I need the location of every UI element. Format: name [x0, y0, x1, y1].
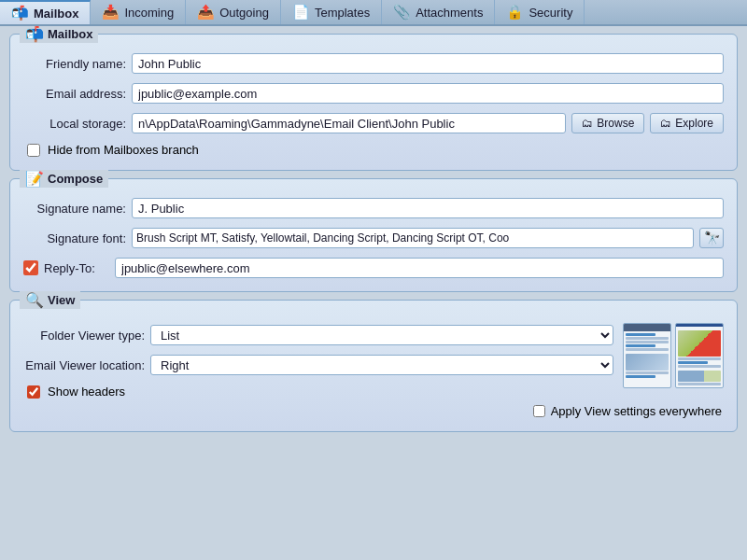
signature-name-row: Signature name:	[23, 198, 724, 218]
templates-tab-icon: 📄	[292, 4, 310, 21]
reply-to-checkbox[interactable]	[23, 260, 38, 275]
explore-button[interactable]: 🗂 Explore	[650, 113, 724, 133]
local-storage-input[interactable]	[132, 113, 566, 133]
email-address-input[interactable]	[132, 83, 724, 104]
tab-bar: 📬Mailbox📥Incoming📤Outgoing📄Templates📎Att…	[0, 0, 747, 26]
show-headers-checkbox[interactable]	[27, 385, 40, 399]
view-section-title: 🔍 View	[20, 291, 80, 309]
folder-viewer-select[interactable]: List Tree Icons	[150, 325, 613, 345]
preview-thumbnail-1	[623, 323, 671, 388]
hide-label: Hide from Mailboxes branch	[48, 143, 199, 157]
main-content: 📬 Mailbox Friendly name: Email address: …	[0, 26, 747, 560]
email-address-label: Email address:	[23, 87, 126, 101]
preview-thumbnail-2	[675, 323, 724, 388]
signature-name-label: Signature name:	[23, 202, 126, 216]
email-viewer-label: Email Viewer location:	[23, 358, 145, 372]
templates-tab-label: Templates	[315, 6, 370, 20]
friendly-name-label: Friendly name:	[23, 57, 126, 71]
local-storage-label: Local storage:	[23, 117, 126, 131]
folder-viewer-label: Folder Viewer type:	[23, 329, 145, 343]
hide-checkbox[interactable]	[27, 144, 40, 157]
apply-row: Apply View settings everywhere	[23, 404, 724, 418]
email-viewer-row: Email Viewer location: Right Bottom Hidd…	[23, 355, 613, 375]
signature-name-input[interactable]	[132, 198, 724, 218]
mailbox-tab-icon: 📬	[11, 5, 29, 21]
compose-section: 📝 Compose Signature name: Signature font…	[9, 178, 738, 292]
view-section: 🔍 View Folder Viewer type: List Tree Ico…	[9, 300, 738, 432]
tab-outgoing[interactable]: 📤Outgoing	[186, 0, 281, 24]
view-icon: 🔍	[25, 291, 44, 309]
security-tab-label: Security	[529, 6, 572, 20]
tab-attachments[interactable]: 📎Attachments	[382, 0, 495, 24]
signature-font-row: Signature font: 🔭	[23, 228, 724, 248]
mailbox-tab-label: Mailbox	[34, 7, 78, 21]
friendly-name-input[interactable]	[132, 53, 724, 74]
incoming-tab-label: Incoming	[124, 6, 174, 20]
tab-incoming[interactable]: 📥Incoming	[91, 0, 186, 24]
apply-view-label: Apply View settings everywhere	[551, 404, 722, 418]
hide-checkbox-row: Hide from Mailboxes branch	[23, 143, 724, 157]
tab-templates[interactable]: 📄Templates	[281, 0, 382, 24]
font-search-button[interactable]: 🔭	[699, 228, 724, 248]
compose-icon: 📝	[25, 170, 44, 188]
signature-font-label: Signature font:	[23, 231, 126, 245]
reply-to-input[interactable]	[115, 258, 724, 278]
attachments-tab-label: Attachments	[416, 6, 483, 20]
reply-to-label: Reply-To:	[44, 261, 109, 275]
local-storage-row: Local storage: 🗂 Browse 🗂 Explore	[23, 113, 724, 133]
incoming-tab-icon: 📥	[102, 4, 120, 21]
email-address-row: Email address:	[23, 83, 724, 104]
view-content: Folder Viewer type: List Tree Icons Emai…	[23, 315, 724, 399]
mailbox-section: 📬 Mailbox Friendly name: Email address: …	[9, 34, 738, 171]
security-tab-icon: 🔒	[506, 4, 524, 21]
browse-button[interactable]: 🗂 Browse	[571, 113, 644, 133]
explore-icon: 🗂	[660, 117, 671, 130]
outgoing-tab-label: Outgoing	[219, 6, 269, 20]
browse-icon: 🗂	[582, 117, 593, 130]
email-viewer-select[interactable]: Right Bottom Hidden	[150, 355, 613, 375]
preview-thumbnails	[623, 323, 724, 399]
attachments-tab-icon: 📎	[393, 4, 411, 21]
mailbox-section-title: 📬 Mailbox	[20, 26, 98, 43]
apply-view-checkbox[interactable]	[533, 405, 545, 417]
view-form: Folder Viewer type: List Tree Icons Emai…	[23, 315, 613, 399]
friendly-name-row: Friendly name:	[23, 53, 724, 74]
signature-font-input[interactable]	[132, 228, 694, 248]
reply-to-row: Reply-To:	[23, 258, 724, 278]
tab-security[interactable]: 🔒Security	[495, 0, 585, 24]
mailbox-icon: 📬	[25, 26, 44, 43]
show-headers-row: Show headers	[23, 385, 613, 399]
outgoing-tab-icon: 📤	[197, 4, 215, 21]
compose-section-title: 📝 Compose	[20, 170, 108, 188]
folder-viewer-row: Folder Viewer type: List Tree Icons	[23, 325, 613, 345]
binoculars-icon: 🔭	[704, 231, 720, 245]
show-headers-label: Show headers	[48, 385, 125, 399]
tab-mailbox[interactable]: 📬Mailbox	[0, 0, 91, 24]
